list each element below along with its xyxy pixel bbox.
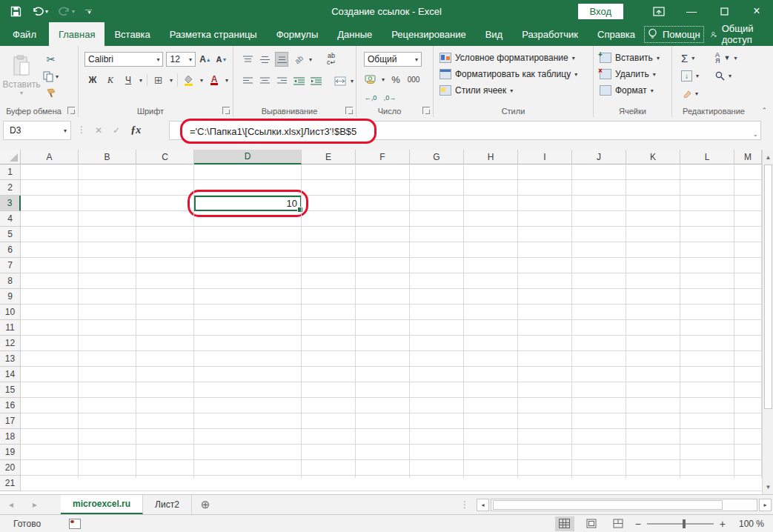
row-header-4[interactable]: 4: [0, 211, 21, 227]
bold-button[interactable]: Ж: [86, 73, 99, 87]
column-header-M[interactable]: M: [734, 150, 762, 164]
delete-cells-button[interactable]: × Удалить▾: [600, 66, 671, 82]
row-header-2[interactable]: 2: [0, 180, 21, 196]
borders-dropdown-icon[interactable]: ▾: [170, 77, 173, 84]
column-header-H[interactable]: H: [464, 150, 518, 164]
row-header-14[interactable]: 14: [0, 367, 21, 382]
increase-font-size-button[interactable]: A▲: [199, 52, 212, 67]
tab-вставка[interactable]: Вставка: [104, 22, 159, 46]
tab-разметка-страницы[interactable]: Разметка страницы: [160, 22, 267, 46]
conditional-formatting-button[interactable]: Условное форматирование▾: [439, 50, 593, 66]
cancel-entry-icon[interactable]: ✕: [95, 125, 102, 136]
tab-рецензирование[interactable]: Рецензирование: [382, 22, 475, 46]
scroll-up-icon[interactable]: ▲: [763, 150, 773, 164]
increase-decimal-icon[interactable]: ←,0: [364, 90, 377, 105]
select-all-corner[interactable]: [0, 150, 21, 164]
row-header-9[interactable]: 9: [0, 289, 21, 305]
vertical-scrollbar[interactable]: ▲ ▼: [762, 150, 773, 494]
sheet-tab-лист2[interactable]: Лист2: [143, 495, 192, 514]
normal-view-button[interactable]: [555, 516, 574, 531]
font-size-combo[interactable]: 12▾: [166, 52, 196, 67]
column-header-L[interactable]: L: [680, 150, 734, 164]
insert-cells-button[interactable]: + Вставить▾: [600, 50, 671, 66]
orientation-dropdown-icon[interactable]: ▾: [309, 56, 312, 63]
copy-dropdown-icon[interactable]: ▾: [56, 73, 59, 80]
merge-center-button[interactable]: [334, 73, 347, 88]
sheet-prev-icon[interactable]: ◂: [9, 499, 13, 510]
scroll-left-icon[interactable]: ◂: [477, 499, 489, 511]
save-icon[interactable]: [10, 6, 21, 17]
horizontal-scrollbar[interactable]: ⋮ ◂ ▸: [460, 495, 773, 514]
maximize-button[interactable]: [708, 0, 740, 22]
sign-in-button[interactable]: Вход: [578, 4, 623, 19]
sheet-next-icon[interactable]: ▸: [33, 499, 37, 510]
paste-button[interactable]: Вставить ▾: [0, 49, 43, 101]
row-header-12[interactable]: 12: [0, 336, 21, 351]
row-header-15[interactable]: 15: [0, 382, 21, 398]
horizontal-scroll-thumb[interactable]: [493, 500, 723, 510]
tab-file[interactable]: Файл: [0, 22, 49, 46]
column-header-B[interactable]: B: [79, 150, 136, 164]
autosum-button[interactable]: Σ▾: [681, 50, 715, 66]
zoom-slider-thumb[interactable]: [683, 519, 686, 528]
name-box[interactable]: D3 ▾: [3, 121, 71, 140]
decrease-font-size-button[interactable]: A▼: [215, 52, 228, 67]
cell-area[interactable]: [21, 164, 762, 494]
customize-qat-button[interactable]: —▾: [85, 8, 92, 14]
clipboard-dialog-launcher[interactable]: [67, 107, 75, 114]
font-color-icon[interactable]: А: [208, 73, 221, 87]
cut-icon[interactable]: ✂: [43, 52, 59, 67]
number-dialog-launcher[interactable]: [422, 107, 430, 114]
italic-button[interactable]: К: [104, 73, 117, 87]
column-header-D[interactable]: D: [194, 150, 302, 164]
column-header-I[interactable]: I: [518, 150, 572, 164]
number-format-combo[interactable]: Общий▾: [364, 52, 422, 67]
tab-формулы[interactable]: Формулы: [267, 22, 328, 46]
column-header-G[interactable]: G: [410, 150, 464, 164]
increase-indent-button[interactable]: [309, 73, 322, 88]
row-header-11[interactable]: 11: [0, 320, 21, 336]
close-button[interactable]: ×: [740, 0, 773, 22]
row-header-21[interactable]: 21: [0, 476, 21, 491]
undo-button[interactable]: ▾: [32, 6, 48, 16]
tab-help-assistant[interactable]: Помощн: [645, 27, 703, 42]
zoom-out-icon[interactable]: −: [635, 518, 641, 530]
row-header-18[interactable]: 18: [0, 429, 21, 445]
decrease-decimal-icon[interactable]: ,0→: [383, 90, 397, 105]
column-header-C[interactable]: C: [136, 150, 194, 164]
align-right-button[interactable]: [275, 73, 288, 88]
column-header-A[interactable]: A: [21, 150, 79, 164]
vertical-scroll-thumb[interactable]: [764, 164, 772, 409]
align-middle-button[interactable]: [258, 52, 271, 67]
sheet-tab-microexcel.ru[interactable]: microexcel.ru: [61, 495, 143, 514]
tab-split-handle[interactable]: ⋮: [460, 499, 469, 510]
worksheet[interactable]: ABCDEFGHIJKLM 12345678910111213141516171…: [0, 150, 762, 494]
font-dialog-launcher[interactable]: [222, 107, 230, 114]
row-header-20[interactable]: 20: [0, 460, 21, 476]
merge-center-dropdown-icon[interactable]: ▾: [351, 78, 354, 84]
currency-dropdown-icon[interactable]: ▾: [382, 76, 385, 83]
align-center-button[interactable]: [258, 73, 271, 88]
row-header-7[interactable]: 7: [0, 258, 21, 273]
fill-color-dropdown-icon[interactable]: ▾: [200, 77, 203, 84]
align-top-button[interactable]: [241, 52, 254, 67]
clear-button[interactable]: ▾: [681, 85, 715, 102]
row-header-19[interactable]: 19: [0, 445, 21, 460]
column-header-F[interactable]: F: [356, 150, 410, 164]
font-name-combo[interactable]: Calibri▾: [84, 52, 163, 67]
row-header-13[interactable]: 13: [0, 351, 21, 367]
tab-справка[interactable]: Справка: [588, 22, 645, 46]
align-bottom-button[interactable]: [275, 52, 288, 67]
undo-dropdown-icon[interactable]: ▾: [45, 8, 48, 15]
wrap-text-button[interactable]: abc↵: [325, 52, 338, 67]
zoom-in-icon[interactable]: +: [720, 518, 726, 530]
percent-style-button[interactable]: %: [389, 72, 402, 87]
minimize-button[interactable]: —: [675, 0, 708, 22]
fill-color-icon[interactable]: [182, 73, 196, 87]
insert-function-icon[interactable]: ƒx: [130, 124, 141, 136]
borders-icon[interactable]: ⊞: [152, 73, 165, 87]
row-header-17[interactable]: 17: [0, 413, 21, 429]
row-header-5[interactable]: 5: [0, 227, 21, 242]
row-header-3[interactable]: 3: [0, 196, 21, 211]
underline-dropdown-icon[interactable]: ▾: [139, 77, 142, 84]
